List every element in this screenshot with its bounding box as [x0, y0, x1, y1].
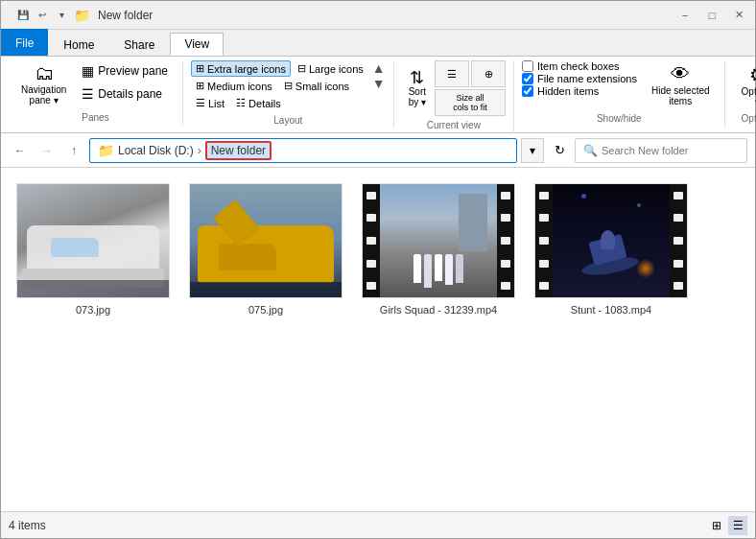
save-button[interactable]: 💾 [14, 7, 32, 24]
list-item[interactable]: 075.jpg [189, 183, 343, 316]
large-icons-view-button[interactable]: ⊞ [707, 516, 726, 535]
navigation-pane-button[interactable]: 🗂 Navigationpane ▾ [16, 60, 71, 108]
status-bar: 4 items ⊞ ☰ [1, 511, 755, 538]
window-title: New folder [98, 9, 153, 22]
medium-icon: ⊞ [196, 80, 204, 92]
show-hide-checkboxes: Item check boxes File name extensions Hi… [522, 60, 637, 97]
hide-selected-label: Hide selecteditems [651, 85, 710, 106]
add-columns-button[interactable]: ⊕ [471, 60, 506, 87]
tab-view[interactable]: View [170, 33, 224, 56]
search-input[interactable] [602, 145, 739, 156]
item-checkboxes-label: Item check boxes [537, 60, 620, 72]
file-name-girls-squad: Girls Squad - 31239.mp4 [380, 304, 497, 316]
hide-selected-items-button[interactable]: 👁 Hide selecteditems [645, 60, 717, 109]
forward-button[interactable]: → [35, 139, 59, 162]
minimise-button[interactable]: − [673, 6, 697, 25]
layout-group-label: Layout [273, 115, 302, 129]
list-label: List [208, 98, 224, 109]
hidden-items-option[interactable]: Hidden items [522, 85, 637, 97]
sort-by-button[interactable]: ⇅ Sortby ▾ [402, 66, 433, 110]
small-label: Small icons [295, 81, 349, 92]
navigation-pane-label: Navigationpane ▾ [21, 84, 66, 105]
list-button[interactable]: ☰ List [191, 95, 229, 111]
quick-access-toolbar: 💾 ↩ ▾ [14, 7, 70, 24]
show-hide-content: Item check boxes File name extensions Hi… [522, 60, 717, 111]
layout-group-content: ⊞ Extra large icons ⊟ Large icons ⊞ Medi… [191, 60, 386, 113]
film-holes-left-stunt [535, 184, 553, 297]
details-pane-icon: ☰ [82, 86, 94, 102]
ribbon-tabs: File Home Share View ∧ ? [1, 30, 755, 57]
file-name-073: 073.jpg [76, 304, 110, 316]
close-button[interactable]: ✕ [726, 6, 751, 25]
address-path[interactable]: 📁 Local Disk (D:) › New folder [89, 138, 517, 163]
large-label: Large icons [309, 63, 364, 75]
layout-row-2: ⊞ Medium icons ⊟ Small icons [191, 78, 368, 94]
panes-group: 🗂 Navigationpane ▾ ▦ Preview pane ☰ Deta… [9, 60, 183, 126]
current-view-label: Current view [427, 120, 481, 133]
tab-share[interactable]: Share [109, 33, 169, 56]
options-group-label: Options [742, 113, 756, 127]
list-item[interactable]: Girls Squad - 31239.mp4 [362, 183, 515, 316]
file-view: 073.jpg 075.jpg [1, 168, 755, 511]
tab-home[interactable]: Home [49, 33, 108, 56]
address-bar: ← → ↑ 📁 Local Disk (D:) › New folder ▾ ↻… [1, 133, 755, 168]
layout-scroll-up[interactable]: ▲ [372, 60, 386, 76]
customise-button[interactable]: ▾ [53, 7, 70, 24]
file-thumbnail-075 [189, 183, 343, 298]
cv-row-1: ☰ ⊕ [435, 60, 506, 87]
large-icons-button[interactable]: ⊟ Large icons [293, 60, 368, 77]
refresh-button[interactable]: ↻ [548, 138, 571, 163]
size-all-columns-button[interactable]: Size allcols to fit [435, 89, 506, 116]
list-item[interactable]: 073.jpg [16, 183, 170, 316]
hidden-items-checkbox[interactable] [522, 85, 533, 97]
file-name-extensions-checkbox[interactable] [522, 73, 533, 84]
file-thumbnail-073 [16, 183, 170, 298]
panes-group-content: 🗂 Navigationpane ▾ ▦ Preview pane ☰ Deta… [16, 60, 175, 110]
up-button[interactable]: ↑ [62, 139, 85, 162]
path-local-disk: Local Disk (D:) [118, 144, 194, 157]
path-new-folder: New folder [205, 141, 272, 160]
preview-pane-icon: ▦ [82, 63, 94, 79]
group-by-button[interactable]: ☰ [435, 60, 469, 87]
tab-file[interactable]: File [1, 29, 48, 56]
small-icon: ⊟ [284, 80, 293, 92]
title-bar: 💾 ↩ ▾ 📁 New folder − □ ✕ [1, 1, 755, 30]
options-button[interactable]: ⚙ Options ▾ [733, 60, 756, 109]
address-dropdown-button[interactable]: ▾ [521, 138, 544, 163]
hide-selected-icon: 👁 [671, 63, 690, 85]
options-content: ⚙ Options ▾ [733, 60, 756, 111]
window-controls: − □ ✕ [673, 6, 751, 25]
list-icon: ☰ [196, 97, 205, 109]
details-button[interactable]: ☷ Details [231, 95, 286, 111]
preview-pane-label: Preview pane [98, 64, 168, 78]
file-name-extensions-label: File name extensions [537, 73, 637, 84]
ribbon: 🗂 Navigationpane ▾ ▦ Preview pane ☰ Deta… [1, 57, 755, 133]
small-icons-button[interactable]: ⊟ Small icons [279, 78, 354, 94]
current-view-content: ⇅ Sortby ▾ ☰ ⊕ Size allcols to fit [402, 60, 506, 118]
layout-scroll-down[interactable]: ▼ [372, 76, 386, 91]
options-icon: ⚙ [749, 63, 756, 86]
film-holes-left [363, 184, 380, 297]
extra-large-label: Extra large icons [207, 63, 286, 75]
film-holes-right-stunt [670, 184, 687, 297]
undo-button[interactable]: ↩ [34, 7, 51, 24]
film-holes-right [497, 184, 514, 297]
maximise-button[interactable]: □ [699, 6, 724, 25]
back-button[interactable]: ← [9, 139, 32, 162]
file-name-stunt: Stunt - 1083.mp4 [571, 304, 651, 316]
list-item[interactable]: Stunt - 1083.mp4 [534, 183, 688, 316]
file-name-extensions-option[interactable]: File name extensions [522, 73, 637, 84]
details-view-button[interactable]: ☰ [728, 516, 747, 535]
layout-group: ⊞ Extra large icons ⊟ Large icons ⊞ Medi… [183, 60, 394, 129]
item-checkboxes-checkbox[interactable] [522, 60, 533, 72]
hidden-items-label: Hidden items [537, 85, 599, 97]
details-pane-button[interactable]: ☰ Details pane [75, 83, 175, 105]
extra-large-icon: ⊞ [196, 62, 204, 75]
folder-icon: 📁 [98, 143, 114, 158]
item-checkboxes-option[interactable]: Item check boxes [522, 60, 637, 72]
medium-label: Medium icons [207, 81, 272, 92]
path-separator-1: › [198, 144, 201, 157]
medium-icons-button[interactable]: ⊞ Medium icons [191, 78, 277, 94]
preview-pane-button[interactable]: ▦ Preview pane [75, 60, 175, 82]
extra-large-icons-button[interactable]: ⊞ Extra large icons [191, 60, 291, 77]
